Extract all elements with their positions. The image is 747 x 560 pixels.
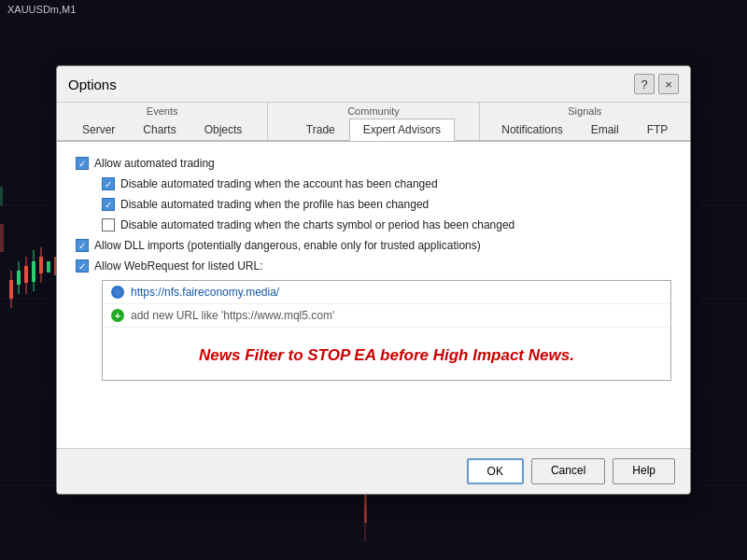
label-allow-web: Allow WebRequest for listed URL: (94, 259, 263, 273)
tab-header: Events Server Charts Objects Community T… (57, 103, 690, 141)
tab-notifications[interactable]: Notifications (487, 119, 576, 140)
tab-trade[interactable]: Trade (292, 119, 349, 140)
url-item-add[interactable]: + add new URL like 'https://www.mql5.com… (103, 304, 670, 328)
dialog-titlebar: Options ? × (57, 66, 690, 103)
label-disable-account: Disable automated trading when the accou… (120, 177, 438, 190)
checkbox-disable-symbol[interactable] (102, 218, 115, 231)
help-button[interactable]: ? (634, 74, 655, 94)
label-disable-profile: Disable automated trading when the profi… (120, 198, 429, 211)
checkbox-row-allow-web: Allow WebRequest for listed URL: (76, 259, 671, 273)
label-disable-symbol: Disable automated trading when the chart… (120, 218, 514, 231)
label-allow-auto: Allow automated trading (94, 157, 215, 170)
checkbox-allow-auto[interactable] (76, 157, 89, 170)
tab-expert-advisors[interactable]: Expert Advisors (349, 119, 455, 141)
dialog-controls: ? × (634, 74, 679, 94)
close-button[interactable]: × (658, 74, 679, 94)
checkbox-disable-profile[interactable] (102, 198, 115, 211)
tab-email[interactable]: Email (577, 119, 633, 140)
news-filter-text: News Filter to STOP EA before High Impac… (110, 337, 663, 374)
news-filter-container: News Filter to STOP EA before High Impac… (103, 328, 670, 380)
label-allow-dll: Allow DLL imports (potentially dangerous… (94, 239, 481, 252)
cancel-button[interactable]: Cancel (531, 458, 605, 484)
checkbox-row-disable-profile: Disable automated trading when the profi… (102, 198, 671, 211)
group-label-community: Community (347, 103, 400, 117)
dialog-backdrop: Options ? × Events Server Charts Objects (0, 0, 747, 560)
group-label-events: Events (147, 103, 178, 117)
options-dialog: Options ? × Events Server Charts Objects (56, 65, 691, 495)
tab-server[interactable]: Server (68, 119, 129, 140)
checkbox-row-allow-dll: Allow DLL imports (potentially dangerous… (76, 239, 671, 252)
tab-charts[interactable]: Charts (129, 119, 190, 140)
url-list: https://nfs.faireconomy.media/ + add new… (102, 280, 671, 381)
dialog-title: Options (68, 77, 117, 92)
dialog-footer: OK Cancel Help (57, 448, 690, 494)
ok-button[interactable]: OK (467, 458, 524, 484)
add-url-icon: + (110, 308, 125, 323)
checkbox-disable-account[interactable] (102, 177, 115, 190)
tab-objects[interactable]: Objects (190, 119, 257, 140)
checkbox-allow-dll[interactable] (76, 239, 89, 252)
help-footer-button[interactable]: Help (613, 458, 675, 484)
url-item-1[interactable]: https://nfs.faireconomy.media/ (103, 281, 670, 304)
checkbox-row-disable-account: Disable automated trading when the accou… (102, 177, 671, 190)
checkbox-row-allow-auto: Allow automated trading (76, 157, 671, 170)
tab-ftp[interactable]: FTP (633, 119, 683, 140)
url-add-label: add new URL like 'https://www.mql5.com' (131, 309, 334, 322)
checkbox-row-disable-symbol: Disable automated trading when the chart… (102, 218, 671, 231)
checkbox-allow-web[interactable] (76, 259, 89, 273)
url-value-1: https://nfs.faireconomy.media/ (131, 286, 279, 299)
dialog-content: Allow automated trading Disable automate… (57, 141, 690, 448)
group-label-signals: Signals (568, 103, 601, 117)
globe-icon (110, 285, 125, 300)
